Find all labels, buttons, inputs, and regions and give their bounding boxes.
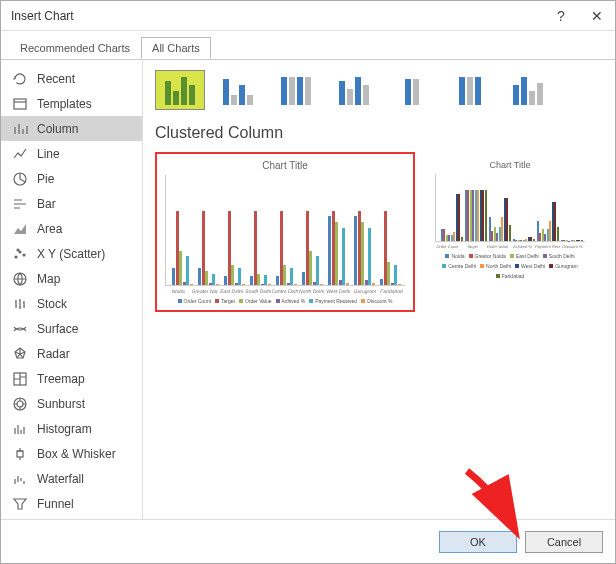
sidebar-item-label: Line — [37, 147, 60, 161]
preview1-legend: Order CountTargetOrder ValueAchived %Pay… — [165, 298, 405, 304]
sidebar-item-label: Radar — [37, 347, 70, 361]
subtype-headline: Clustered Column — [155, 124, 603, 142]
sidebar-item-label: Surface — [37, 322, 78, 336]
chart-type-sidebar: RecentTemplatesColumnLinePieBarAreaX Y (… — [1, 60, 143, 519]
pie-icon — [11, 170, 29, 188]
preview1-title: Chart Title — [165, 160, 405, 171]
treemap-icon — [11, 370, 29, 388]
subtype-clustered-column[interactable] — [155, 70, 205, 110]
preview2-categories: Order CountTargetOrder ValueAchived %Pay… — [435, 244, 586, 249]
sidebar-item-column[interactable]: Column — [1, 116, 142, 141]
subtype-3d-stacked-column[interactable] — [387, 70, 437, 110]
svg-point-3 — [19, 251, 21, 253]
cancel-button[interactable]: Cancel — [525, 531, 603, 553]
window-title: Insert Chart — [11, 9, 543, 23]
sidebar-item-sunburst[interactable]: Sunburst — [1, 391, 142, 416]
tab-all-charts[interactable]: All Charts — [141, 37, 211, 59]
sidebar-item-label: X Y (Scatter) — [37, 247, 105, 261]
sidebar-item-label: Stock — [37, 297, 67, 311]
sidebar-item-label: Pie — [37, 172, 54, 186]
svg-point-5 — [17, 249, 19, 251]
svg-point-4 — [23, 254, 25, 256]
sidebar-item-funnel[interactable]: Funnel — [1, 491, 142, 516]
svg-point-2 — [15, 256, 17, 258]
svg-rect-10 — [17, 451, 23, 457]
preview2-legend: NoidaGreator NoidaEast DelhiSouth DelhiC… — [435, 253, 585, 279]
line-icon — [11, 145, 29, 163]
sidebar-item-label: Histogram — [37, 422, 92, 436]
subtype-3d-column[interactable] — [503, 70, 553, 110]
chart-preview-1[interactable]: Chart Title NoidaGreater NoidaEast Delhi… — [155, 152, 415, 312]
subtype-thumbnails — [155, 70, 603, 110]
templates-icon — [11, 95, 29, 113]
svg-point-9 — [17, 401, 23, 407]
sidebar-item-waterfall[interactable]: Waterfall — [1, 466, 142, 491]
preview1-plot — [165, 175, 405, 286]
histogram-icon — [11, 420, 29, 438]
sidebar-item-label: Templates — [37, 97, 92, 111]
sidebar-item-recent[interactable]: Recent — [1, 66, 142, 91]
radar-icon — [11, 345, 29, 363]
sidebar-item-surface[interactable]: Surface — [1, 316, 142, 341]
sidebar-item-templates[interactable]: Templates — [1, 91, 142, 116]
sidebar-item-label: Funnel — [37, 497, 74, 511]
sidebar-item-label: Sunburst — [37, 397, 85, 411]
sidebar-item-bar[interactable]: Bar — [1, 191, 142, 216]
chart-preview-2[interactable]: Chart Title Order CountTargetOrder Value… — [425, 152, 595, 287]
subtype-3d-100-stacked-column[interactable] — [445, 70, 495, 110]
stock-icon — [11, 295, 29, 313]
close-button[interactable]: ✕ — [579, 1, 615, 31]
area-icon — [11, 220, 29, 238]
recent-icon — [11, 70, 29, 88]
dialog-footer: OK Cancel — [1, 519, 615, 563]
sidebar-item-scatter[interactable]: X Y (Scatter) — [1, 241, 142, 266]
sidebar-item-label: Map — [37, 272, 60, 286]
map-icon — [11, 270, 29, 288]
funnel-icon — [11, 495, 29, 513]
subtype-100-stacked-column[interactable] — [271, 70, 321, 110]
ok-button[interactable]: OK — [439, 531, 517, 553]
scatter-icon — [11, 245, 29, 263]
bar-icon — [11, 195, 29, 213]
sidebar-item-area[interactable]: Area — [1, 216, 142, 241]
box-icon — [11, 445, 29, 463]
sidebar-item-label: Treemap — [37, 372, 85, 386]
help-button[interactable]: ? — [543, 1, 579, 31]
sidebar-item-label: Waterfall — [37, 472, 84, 486]
preview2-plot — [435, 174, 585, 242]
sidebar-item-histogram[interactable]: Histogram — [1, 416, 142, 441]
sidebar-item-line[interactable]: Line — [1, 141, 142, 166]
tab-strip: Recommended Charts All Charts — [9, 37, 615, 59]
sidebar-item-radar[interactable]: Radar — [1, 341, 142, 366]
sidebar-item-stock[interactable]: Stock — [1, 291, 142, 316]
sidebar-item-label: Recent — [37, 72, 75, 86]
sidebar-item-label: Area — [37, 222, 62, 236]
tab-recommended-charts[interactable]: Recommended Charts — [9, 37, 141, 59]
sidebar-item-label: Bar — [37, 197, 56, 211]
preview1-categories: NoidaGreater NoidaEast DelhiSouth DelhiC… — [164, 288, 405, 294]
subtype-3d-clustered-column[interactable] — [329, 70, 379, 110]
preview2-title: Chart Title — [435, 160, 585, 170]
sidebar-item-pie[interactable]: Pie — [1, 166, 142, 191]
svg-rect-0 — [14, 99, 26, 109]
title-bar: Insert Chart ? ✕ — [1, 1, 615, 31]
surface-icon — [11, 320, 29, 338]
sidebar-item-label: Column — [37, 122, 78, 136]
sidebar-item-treemap[interactable]: Treemap — [1, 366, 142, 391]
sidebar-item-map[interactable]: Map — [1, 266, 142, 291]
subtype-stacked-column[interactable] — [213, 70, 263, 110]
sidebar-item-box[interactable]: Box & Whisker — [1, 441, 142, 466]
column-icon — [11, 120, 29, 138]
main-panel: Clustered Column Chart Title NoidaGreate… — [143, 60, 615, 519]
sidebar-item-label: Box & Whisker — [37, 447, 116, 461]
waterfall-icon — [11, 470, 29, 488]
sunburst-icon — [11, 395, 29, 413]
